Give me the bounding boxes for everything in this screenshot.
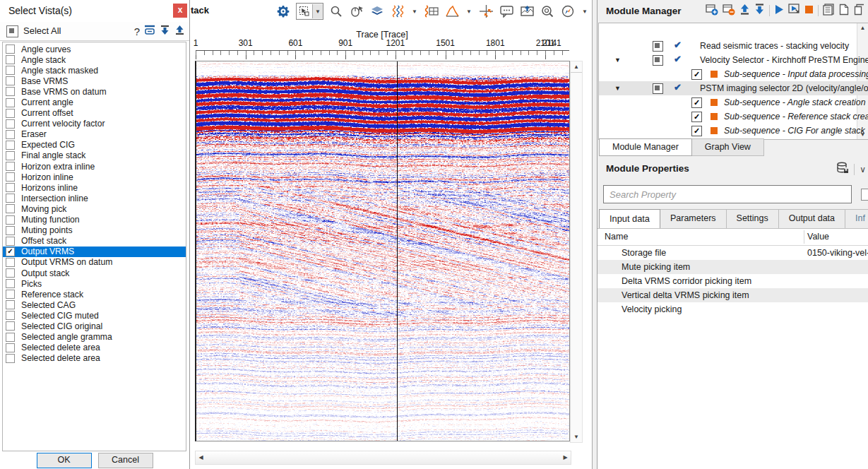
move-down-icon[interactable] <box>754 4 765 18</box>
report-icon[interactable] <box>823 4 835 18</box>
collapse-icon[interactable] <box>144 25 155 38</box>
tree-row[interactable]: ✓Sub-sequence - Angle stack creation <box>599 95 868 109</box>
vista-item[interactable]: Offset stack <box>3 236 186 247</box>
vista-item-checkbox[interactable] <box>6 66 15 75</box>
vista-item-checkbox[interactable] <box>6 237 15 246</box>
close-icon[interactable]: x <box>173 4 187 18</box>
vista-item[interactable]: Current offset <box>3 108 186 119</box>
scroll-left-icon[interactable]: ◀ <box>196 451 206 464</box>
tree-row[interactable]: ▼✔Velocity Selector - Kirchhoff PreSTM E… <box>599 53 868 67</box>
tree-row[interactable]: ✓Sub-sequence - Reference stack creation <box>599 109 868 124</box>
select-region-tool[interactable]: ▼ <box>296 3 323 20</box>
property-row[interactable]: Velocity picking <box>598 302 868 316</box>
scroll-up-icon[interactable]: ▲ <box>857 25 868 31</box>
tree-row[interactable]: ✔Read seismic traces - stacking velocity <box>599 39 868 53</box>
cancel-button[interactable]: Cancel <box>98 453 153 468</box>
wiggle-display-dropdown-icon[interactable]: ▼ <box>410 8 419 15</box>
tab-module-manager[interactable]: Module Manager <box>599 138 692 156</box>
vista-item-checkbox[interactable] <box>6 226 15 235</box>
property-row[interactable]: Storage file0150-viking-vel-s <box>598 246 868 260</box>
vista-item[interactable]: Final angle stack <box>3 150 186 161</box>
vista-item-checkbox[interactable] <box>6 109 15 118</box>
vista-item[interactable]: Selected CIG muted <box>3 310 186 321</box>
vista-item[interactable]: Selected delete area <box>3 343 186 353</box>
help-icon[interactable]: ? <box>134 25 140 37</box>
expander-icon[interactable]: ▼ <box>614 85 621 92</box>
tree-checkbox[interactable]: ✓ <box>691 126 702 136</box>
vista-item-checkbox[interactable] <box>6 300 15 309</box>
vista-item[interactable]: Intersection inline <box>3 193 186 203</box>
vista-item[interactable]: Eraser <box>3 129 186 140</box>
expander-icon[interactable]: ▼ <box>614 57 621 64</box>
wiggle-display-icon[interactable] <box>390 4 405 19</box>
vista-item-checkbox[interactable]: ✓ <box>6 247 15 256</box>
vista-item[interactable]: Current angle <box>3 97 186 107</box>
tree-checkbox[interactable] <box>653 55 663 66</box>
vista-item[interactable]: Base VRMS on datum <box>3 86 186 97</box>
vista-item[interactable]: Selected CIG original <box>3 321 186 331</box>
vista-item-checkbox[interactable] <box>6 44 15 54</box>
vista-item-checkbox[interactable] <box>6 194 15 203</box>
new-document-icon[interactable] <box>839 4 849 18</box>
vista-item-checkbox[interactable] <box>6 76 15 85</box>
select-region-icon[interactable] <box>297 4 313 18</box>
vista-item[interactable]: Angle stack masked <box>3 65 186 76</box>
vista-item[interactable]: Reference stack <box>3 289 186 299</box>
vista-item-checkbox[interactable] <box>6 183 15 192</box>
select-all-checkbox[interactable] <box>6 25 18 37</box>
property-row[interactable]: Vertical delta VRMS picking item <box>598 288 868 302</box>
stop-icon[interactable] <box>805 4 814 17</box>
vertical-scrollbar[interactable]: ▲ ▼ <box>570 61 583 443</box>
mouse-interaction-icon[interactable] <box>349 4 364 19</box>
compass-icon[interactable] <box>560 4 576 19</box>
vista-item[interactable]: Output stack <box>3 268 186 278</box>
vista-item-checkbox[interactable] <box>6 268 15 278</box>
vista-item-checkbox[interactable] <box>6 215 15 225</box>
vista-item-checkbox[interactable] <box>6 354 15 363</box>
loupe-icon[interactable] <box>540 4 555 19</box>
vista-item[interactable]: ✓Output VRMS <box>3 247 186 257</box>
tree-row[interactable]: ▼✔PSTM imaging selector 2D (velocity/ang… <box>599 81 868 95</box>
vista-list[interactable]: Angle curvesAngle stackAngle stack maske… <box>2 42 186 451</box>
vista-item-checkbox[interactable] <box>6 343 15 352</box>
vista-item[interactable]: Selected delete area <box>3 353 186 364</box>
settings-gear-icon[interactable] <box>275 4 291 19</box>
horizontal-scrollbar[interactable]: ◀ ▶ <box>195 451 571 465</box>
tab-inf[interactable]: Inf <box>845 209 868 229</box>
property-row[interactable]: Delta VRMS corridor picking item <box>598 274 868 288</box>
zoom-icon[interactable] <box>328 4 344 19</box>
vista-item[interactable]: Output VRMS on datum <box>3 257 186 268</box>
vista-item-checkbox[interactable] <box>6 279 15 288</box>
compass-dropdown-icon[interactable]: ▼ <box>581 8 589 15</box>
vista-item-checkbox[interactable] <box>6 290 15 299</box>
vista-item-checkbox[interactable] <box>6 333 15 342</box>
chevron-down-icon[interactable]: ∨ <box>860 165 866 174</box>
scroll-right-icon[interactable]: ▶ <box>560 451 571 464</box>
vista-item[interactable]: Selected CAG <box>3 299 186 310</box>
scroll-up-icon[interactable]: ▲ <box>571 61 582 73</box>
tab-input-data[interactable]: Input data <box>599 209 660 229</box>
move-up-icon[interactable] <box>739 4 750 18</box>
histogram-dropdown-icon[interactable]: ▼ <box>465 8 473 15</box>
vista-item-checkbox[interactable] <box>6 141 15 150</box>
vista-item[interactable]: Selected angle gramma <box>3 332 186 343</box>
vista-item-checkbox[interactable] <box>6 151 15 160</box>
move-crosshair-icon[interactable] <box>478 4 494 19</box>
vista-item-checkbox[interactable] <box>6 321 15 331</box>
tree-checkbox[interactable]: ✓ <box>691 69 702 80</box>
vista-item[interactable]: Horizon extra inline <box>3 161 186 172</box>
tab-parameters[interactable]: Parameters <box>660 209 727 229</box>
search-option-checkbox[interactable] <box>861 189 868 201</box>
run-to-icon[interactable] <box>788 4 801 18</box>
scroll-down-icon[interactable]: ▼ <box>571 432 582 442</box>
vista-item-checkbox[interactable] <box>6 162 15 171</box>
property-row[interactable]: Mute picking item <box>598 260 868 274</box>
seismic-image[interactable] <box>196 61 569 441</box>
move-down-to-bar-icon[interactable] <box>160 25 170 38</box>
trace-table-icon[interactable] <box>424 4 439 19</box>
select-region-dropdown-icon[interactable]: ▼ <box>313 4 323 18</box>
move-up-from-bar-icon[interactable] <box>174 25 185 38</box>
vista-item[interactable]: Horizon inline <box>3 172 186 182</box>
histogram-icon[interactable] <box>444 4 460 19</box>
module-tree[interactable]: ▲ ▼ ✔Read seismic traces - stacking velo… <box>598 23 868 140</box>
